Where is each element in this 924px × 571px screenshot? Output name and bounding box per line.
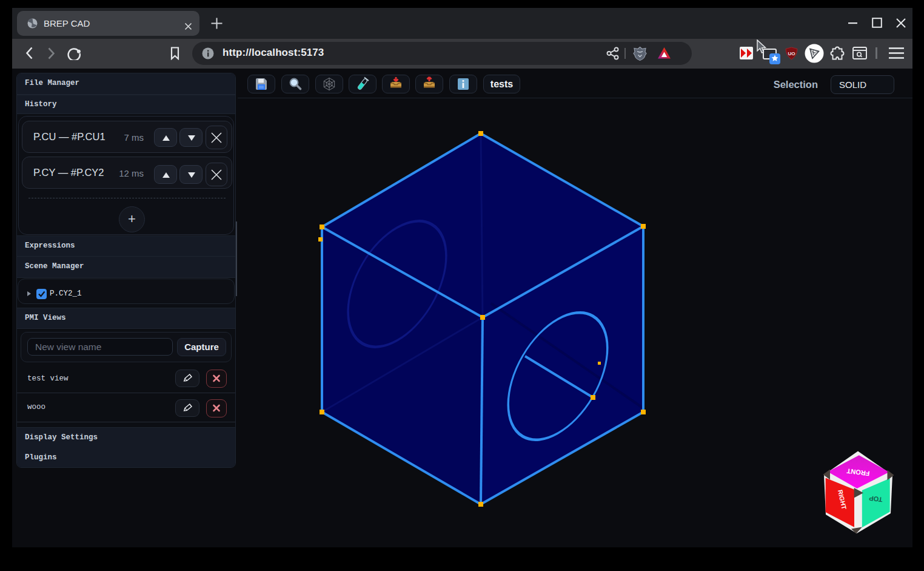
svg-text:UO: UO — [788, 51, 795, 56]
